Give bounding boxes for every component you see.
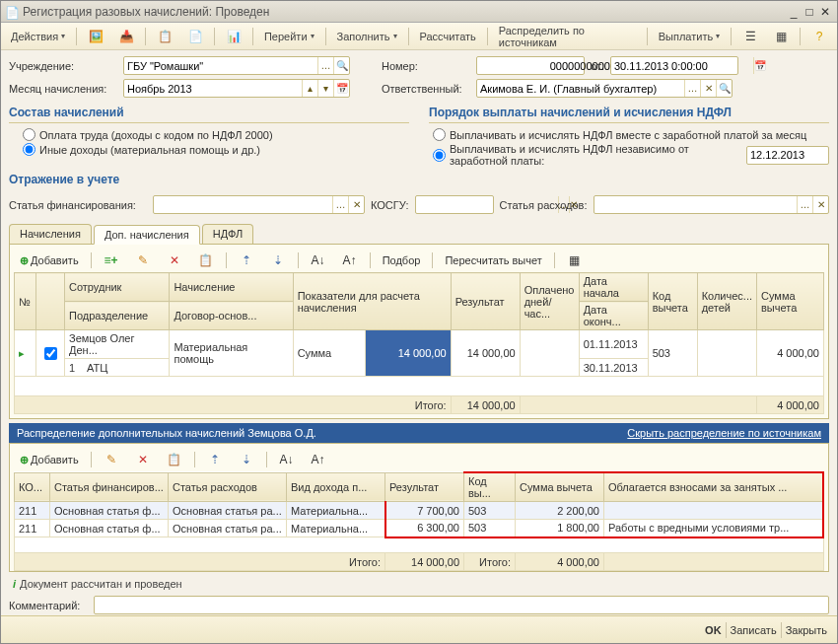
table-row[interactable]: 211 Основная статья ф... Основная статья… bbox=[15, 520, 824, 537]
col2-obl[interactable]: Облагается взносами за занятых ... bbox=[604, 472, 824, 502]
actions-menu[interactable]: Действия bbox=[5, 28, 71, 45]
podbor-button[interactable]: Подбор bbox=[377, 252, 427, 268]
col-dend[interactable]: Дата оконч... bbox=[579, 302, 648, 330]
copy2-button[interactable]: 📋 bbox=[161, 450, 188, 469]
col-charge[interactable]: Начисление bbox=[170, 273, 293, 302]
delete2-button[interactable]: ✕ bbox=[129, 450, 157, 469]
row-checkbox[interactable] bbox=[44, 347, 57, 360]
save-button[interactable]: Записать bbox=[731, 624, 777, 636]
sort2a-button[interactable]: A↓ bbox=[273, 450, 301, 469]
distribution-grid[interactable]: КО... Статья финансиров... Статья расход… bbox=[14, 471, 824, 571]
tb-icon-4[interactable]: 📄 bbox=[181, 26, 209, 47]
col-contract[interactable]: Договор-основ... bbox=[170, 302, 293, 330]
col2-income[interactable]: Вид дохода п... bbox=[287, 472, 385, 502]
col-result[interactable]: Результат bbox=[451, 273, 520, 330]
accruals-grid[interactable]: № Сотрудник Начисление Показатели для ра… bbox=[14, 272, 824, 414]
ok-button[interactable]: OK bbox=[705, 624, 722, 636]
fin-field[interactable]: …✕ bbox=[153, 195, 365, 214]
col2-fin[interactable]: Статья финансиров... bbox=[50, 472, 169, 502]
col-n[interactable]: № bbox=[15, 273, 36, 330]
add-button[interactable]: ⊕Добавить bbox=[14, 252, 85, 269]
org-select-button[interactable]: … bbox=[317, 57, 333, 74]
date-picker-button[interactable]: 📅 bbox=[753, 57, 766, 74]
month-up-button[interactable]: ▴ bbox=[302, 80, 317, 97]
add2-button[interactable]: ⊕Добавить bbox=[14, 452, 85, 468]
tb-icon-1[interactable]: 🖼️ bbox=[82, 26, 109, 47]
col-dstart[interactable]: Дата начала bbox=[579, 273, 648, 302]
move-up-button[interactable]: ⇡ bbox=[233, 250, 260, 270]
radio-poryadok-2[interactable]: Выплачивать и исчислять НДФЛ независимо … bbox=[433, 143, 829, 167]
fill-menu[interactable]: Заполнить bbox=[330, 28, 402, 45]
exp-select[interactable]: … bbox=[797, 196, 812, 213]
resp-field[interactable] bbox=[477, 80, 684, 97]
col2-result[interactable]: Результат bbox=[385, 472, 464, 502]
table-row[interactable]: 211 Основная статья ф... Основная статья… bbox=[15, 502, 824, 520]
sort-asc-button[interactable]: A↓ bbox=[305, 250, 332, 270]
sort-desc-button[interactable]: A↑ bbox=[336, 250, 364, 270]
col2-ko[interactable]: КО... bbox=[15, 472, 50, 502]
grid-settings-button[interactable]: ▦ bbox=[561, 250, 589, 270]
resp-search-button[interactable]: 🔍 bbox=[716, 80, 732, 97]
resp-select-button[interactable]: … bbox=[684, 80, 700, 97]
col2-exp[interactable]: Статья расходов bbox=[169, 472, 287, 502]
kosgu-field[interactable]: …✕ bbox=[415, 195, 494, 214]
radio-poryadok-1[interactable]: Выплачивать и исчислять НДФЛ вместе с за… bbox=[433, 128, 829, 141]
down-icon: ⇣ bbox=[270, 252, 286, 268]
col-dept[interactable]: Подразделение bbox=[65, 302, 170, 330]
bottom-bar: OK Записать Закрыть bbox=[1, 615, 837, 643]
maximize-button[interactable]: □ bbox=[802, 5, 817, 19]
goto-menu[interactable]: Перейти bbox=[258, 28, 320, 45]
col-vsum[interactable]: Сумма вычета bbox=[757, 273, 824, 330]
col2-vsum[interactable]: Сумма вычета bbox=[516, 472, 604, 502]
tab-dop-nachisleniya[interactable]: Доп. начисления bbox=[94, 225, 200, 245]
up2-button[interactable]: ⇡ bbox=[201, 450, 229, 469]
pay-menu[interactable]: Выплатить bbox=[653, 28, 726, 45]
tb-icon-3[interactable]: 📋 bbox=[151, 26, 178, 47]
col-vcode[interactable]: Код вычета bbox=[648, 273, 697, 330]
tb-grid-icon[interactable]: ▦ bbox=[767, 26, 795, 47]
fin-clear[interactable]: ✕ bbox=[348, 196, 364, 213]
exp-field[interactable]: …✕ bbox=[594, 195, 830, 214]
sort2d-button[interactable]: A↑ bbox=[305, 450, 332, 469]
resp-clear-button[interactable]: ✕ bbox=[700, 80, 716, 97]
distribute-button[interactable]: Распределить по источникам bbox=[493, 22, 642, 51]
comment-field[interactable] bbox=[95, 597, 828, 613]
minimize-button[interactable]: _ bbox=[786, 5, 802, 19]
month-down-button[interactable]: ▾ bbox=[317, 80, 333, 97]
close-button[interactable]: ✕ bbox=[817, 5, 833, 19]
exp-clear[interactable]: ✕ bbox=[812, 196, 828, 213]
month-pick-button[interactable]: 📅 bbox=[333, 80, 349, 97]
hide-distribution-link[interactable]: Скрыть распределение по источникам bbox=[627, 427, 821, 439]
edit2-button[interactable]: ✎ bbox=[98, 450, 125, 469]
date-field-wrap: 📅 bbox=[610, 56, 738, 75]
close-button-bottom[interactable]: Закрыть bbox=[786, 624, 827, 636]
tab-ndfl[interactable]: НДФЛ bbox=[202, 224, 253, 244]
table-row[interactable]: ▸ Земцов Олег Ден... Материальная помощь… bbox=[15, 330, 824, 359]
month-field[interactable] bbox=[124, 80, 302, 97]
col-paid[interactable]: Оплачено дней/час... bbox=[520, 273, 579, 330]
recalc-button[interactable]: Пересчитать вычет bbox=[439, 252, 547, 268]
radio-oplata-truda[interactable]: Оплата труда (доходы с кодом по НДФЛ 200… bbox=[23, 128, 409, 141]
org-field[interactable] bbox=[124, 57, 317, 74]
add-row-button[interactable]: ≡+ bbox=[98, 250, 125, 270]
date-field[interactable] bbox=[611, 57, 753, 74]
edit-row-button[interactable]: ✎ bbox=[129, 250, 157, 270]
tb-help-icon[interactable]: ? bbox=[805, 26, 833, 47]
tb-list-icon[interactable]: ☰ bbox=[736, 26, 764, 47]
col-kids[interactable]: Количес... детей bbox=[697, 273, 756, 330]
down2-button[interactable]: ⇣ bbox=[233, 450, 260, 469]
p2-date-field[interactable] bbox=[747, 147, 837, 164]
copy-row-button[interactable]: 📋 bbox=[192, 250, 220, 270]
tb-icon-5[interactable]: 📊 bbox=[220, 26, 247, 47]
org-search-button[interactable]: 🔍 bbox=[333, 57, 349, 74]
delete-row-button[interactable]: ✕ bbox=[161, 250, 188, 270]
fin-select[interactable]: … bbox=[332, 196, 348, 213]
col-indicators[interactable]: Показатели для расчета начисления bbox=[293, 273, 451, 330]
calc-button[interactable]: Рассчитать bbox=[413, 28, 481, 45]
tab-nachisleniya[interactable]: Начисления bbox=[9, 224, 92, 244]
tb-icon-2[interactable]: 📥 bbox=[112, 26, 140, 47]
radio-inye-dohody[interactable]: Иные доходы (материальная помощь и др.) bbox=[23, 143, 409, 156]
col-emp[interactable]: Сотрудник bbox=[65, 273, 170, 302]
move-down-button[interactable]: ⇣ bbox=[264, 250, 292, 270]
col2-vcode[interactable]: Код вы... bbox=[464, 472, 516, 502]
